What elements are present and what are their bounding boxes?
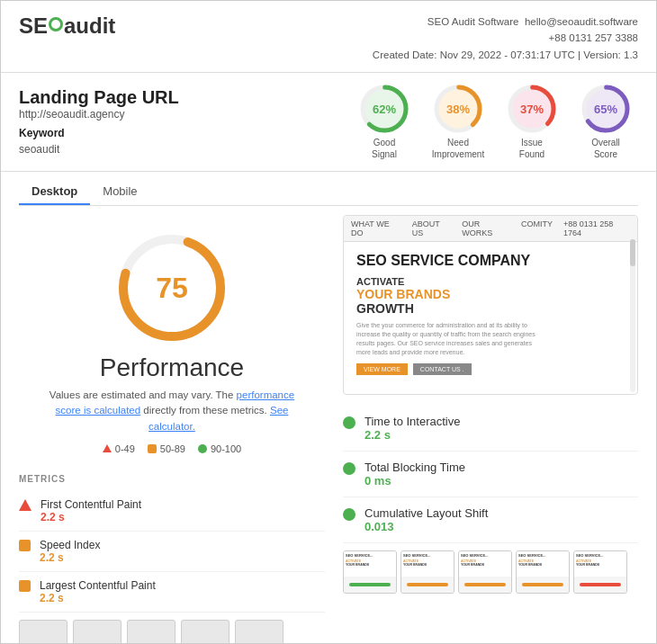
preview-content: SEO SERVICE COMPANY ACTIVATE YOUR BRANDS… <box>344 242 637 386</box>
metric-value-si: 2.2 s <box>40 551 100 564</box>
legend-label-red: 0-49 <box>115 443 135 454</box>
created-date: Created Date: Nov 29, 2022 - 07:31:17 UT… <box>373 47 638 63</box>
scores-section: 62% GoodSignal 38% NeedImprovement 37% I… <box>352 84 638 160</box>
right-metric-value-cls: 0.013 <box>364 520 488 533</box>
right-metric-name-tbt: Total Blocking Time <box>364 461 465 474</box>
thumb-tag2-1: YOUR BRANDS <box>403 563 452 567</box>
thumb-title-3: SEO SERVICE... <box>518 553 567 558</box>
page-container: SEaudit SEO Audit Software hello@seoaudi… <box>0 0 657 644</box>
performance-description: Values are estimated and may vary. The p… <box>46 388 298 434</box>
performance-title: Performance <box>100 353 244 382</box>
right-metric-cls: Cumulative Layout Shift 0.013 <box>343 497 638 543</box>
score-label-overall-score: OverallScore <box>591 137 620 160</box>
right-metrics: Time to Interactive 2.2 s Total Blocking… <box>343 406 638 543</box>
thumb-right-4: SEO SERVICE... ACTIVATE YOUR BRANDS <box>573 550 627 594</box>
green-dot-tti <box>343 416 356 429</box>
preview-company-name: SEO SERVICE COMPANY <box>356 253 625 269</box>
preview-btn2[interactable]: CONTACT US . <box>413 363 472 375</box>
company-phone: +88 0131 257 3388 <box>373 30 638 46</box>
preview-scrollbar-thumb <box>630 239 635 266</box>
score-circle-good-signal: 62% <box>359 84 410 134</box>
thumb-title-1: SEO SERVICE... <box>403 553 452 558</box>
preview-tagline2: YOUR BRANDS <box>356 287 625 301</box>
metric-lcp: Largest Contentful Paint 2.2 s <box>19 572 325 613</box>
green-dot-cls <box>343 508 356 521</box>
thumbnails-right: SEO SERVICE... ACTIVATE YOUR BRANDS SEO … <box>343 550 638 594</box>
score-text-overall-score: 65% <box>594 103 617 116</box>
metrics-list: First Contentful Paint 2.2 s Speed Index… <box>19 491 325 613</box>
score-overall-score: 65% OverallScore <box>573 84 638 160</box>
keyword-label: Keyword <box>19 127 65 139</box>
perf-link1[interactable]: performance score is calculated <box>56 389 295 416</box>
legend-label-orange: 50-89 <box>160 443 185 454</box>
score-circle-overall-score: 65% <box>580 84 631 134</box>
logo-se: SE <box>19 13 48 39</box>
legend-label-green: 90-100 <box>211 443 241 454</box>
thumb-tag2-2: YOUR BRANDS <box>461 563 509 567</box>
perf-link2[interactable]: See calculator. <box>148 405 288 431</box>
logo-audit: audit <box>64 13 115 39</box>
thumbnail-4 <box>181 620 230 644</box>
performance-score: 75 <box>156 272 188 305</box>
preview-scrollbar[interactable] <box>630 239 635 392</box>
main-content: 75 Performance Values are estimated and … <box>1 206 656 644</box>
metrics-section: METRICS First Contentful Paint 2.2 s Spe… <box>19 474 325 644</box>
legend-red: 0-49 <box>103 443 135 454</box>
right-metric-value-tbt: 0 ms <box>364 474 465 487</box>
thumbnail-strip <box>19 620 325 644</box>
performance-circle: 75 <box>113 229 230 346</box>
thumb-title-2: SEO SERVICE... <box>461 553 509 558</box>
preview-nav-item: COMITY <box>521 219 553 237</box>
legend-circle-icon <box>198 444 207 453</box>
metric-info-lcp: Largest Contentful Paint 2.2 s <box>40 579 156 604</box>
thumb-bar-4 <box>580 583 621 586</box>
legend-triangle-icon <box>103 444 112 452</box>
thumb-title-4: SEO SERVICE... <box>576 553 625 558</box>
right-metric-tbt: Total Blocking Time 0 ms <box>343 452 638 497</box>
preview-buttons: VIEW MORE CONTACT US . <box>356 363 625 375</box>
thumb-inner-1: SEO SERVICE... ACTIVATE YOUR BRANDS <box>401 551 454 577</box>
tab-desktop[interactable]: Desktop <box>19 179 90 205</box>
thumb-title-0: SEO SERVICE... <box>346 553 394 558</box>
tabs-section: DesktopMobile <box>1 172 656 206</box>
thumb-bar-1 <box>407 583 448 586</box>
thumbnail-5 <box>235 620 284 644</box>
score-good-signal: 62% GoodSignal <box>352 84 417 160</box>
thumb-tag2-0: YOUR BRANDS <box>346 563 394 567</box>
score-label-good-signal: GoodSignal <box>372 137 397 160</box>
preview-btn1[interactable]: VIEW MORE <box>356 363 408 375</box>
metric-name-lcp: Largest Contentful Paint <box>40 579 156 592</box>
metrics-label: METRICS <box>19 474 325 484</box>
header-info: SEO Audit Software hello@seoaudit.softwa… <box>373 13 638 63</box>
info-bar: Landing Page URL http://seoaudit.agency … <box>1 73 656 172</box>
right-metric-name-tti: Time to Interactive <box>364 415 460 428</box>
score-text-need-improvement: 38% <box>446 103 470 116</box>
preview-nav-item: ABOUT US <box>412 219 452 237</box>
header-company-email: SEO Audit Software hello@seoaudit.softwa… <box>373 13 638 30</box>
metric-info-si: Speed Index 2.2 s <box>40 539 100 564</box>
logo: SEaudit <box>19 13 115 39</box>
preview-nav-item: WHAT WE DO <box>351 219 401 237</box>
metric-icon-fcp <box>19 499 32 511</box>
metric-fcp: First Contentful Paint 2.2 s <box>19 491 325 532</box>
thumb-right-2: SEO SERVICE... ACTIVATE YOUR BRANDS <box>458 550 512 594</box>
thumb-right-1: SEO SERVICE... ACTIVATE YOUR BRANDS <box>400 550 454 594</box>
score-text-good-signal: 62% <box>373 103 396 116</box>
left-panel: 75 Performance Values are estimated and … <box>19 215 325 644</box>
thumb-bottom-4 <box>574 577 626 593</box>
thumb-bottom-3 <box>517 577 569 593</box>
company-email: hello@seoaudit.software <box>525 16 638 27</box>
thumb-inner-4: SEO SERVICE... ACTIVATE YOUR BRANDS <box>574 551 626 577</box>
legend-orange: 50-89 <box>148 443 185 454</box>
metric-value-fcp: 2.2 s <box>40 511 141 523</box>
right-metric-info-tti: Time to Interactive 2.2 s <box>364 415 460 442</box>
page-title: Landing Page URL <box>19 87 179 108</box>
right-panel: WHAT WE DOABOUT USOUR WORKSCOMITY+88 013… <box>343 215 638 644</box>
legend-green: 90-100 <box>198 443 241 454</box>
thumb-bar-2 <box>464 583 506 586</box>
thumb-bar-3 <box>522 583 563 586</box>
preview-tagline1: ACTIVATE <box>356 276 625 287</box>
thumb-inner-2: SEO SERVICE... ACTIVATE YOUR BRANDS <box>459 551 511 577</box>
green-dot-tbt <box>343 462 356 475</box>
tab-mobile[interactable]: Mobile <box>90 179 149 205</box>
